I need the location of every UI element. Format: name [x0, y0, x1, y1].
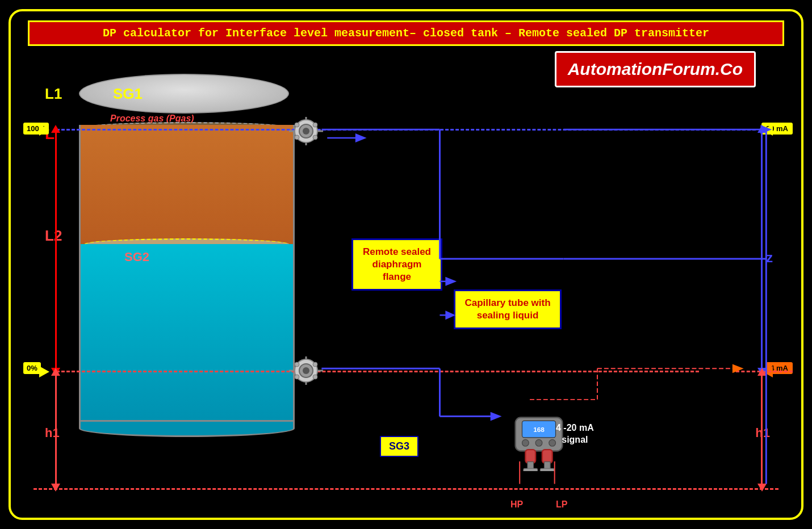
tank-body	[79, 91, 295, 426]
diaphragm-label: Remote sealed diaphragm flange	[363, 246, 431, 282]
svg-point-21	[313, 375, 317, 379]
hline-top-100pct	[56, 129, 756, 131]
svg-rect-28	[525, 450, 535, 463]
svg-point-9	[295, 135, 299, 140]
svg-rect-29	[542, 450, 553, 463]
svg-marker-45	[445, 277, 457, 286]
label-L2: L2	[45, 227, 62, 245]
label-SG1: SG1	[113, 85, 143, 103]
liquid-upper	[79, 125, 295, 244]
title-text: DP calculator for Interface level measur…	[103, 27, 709, 40]
svg-rect-32	[524, 468, 538, 471]
svg-point-13	[303, 367, 309, 374]
arrow-h1r-top	[757, 368, 767, 376]
arrow-h1-top	[51, 368, 60, 376]
vline-h1-right	[761, 372, 763, 485]
title-bar: DP calculator for Interface level measur…	[28, 20, 784, 46]
svg-text:168: 168	[533, 426, 545, 434]
svg-point-7	[295, 123, 299, 127]
label-lp: LP	[556, 499, 567, 510]
box-sg3: SG3	[380, 436, 418, 457]
dim-h1-right: h1	[755, 426, 770, 440]
signal-text: 4 -20 mA signal	[556, 423, 594, 444]
svg-point-18	[295, 362, 299, 367]
dp-transmitter: 168	[505, 397, 562, 454]
main-frame: DP calculator for Interface level measur…	[9, 9, 803, 520]
label-SG2: SG2	[124, 250, 149, 264]
vline-L	[55, 131, 57, 369]
dim-z: z	[766, 250, 773, 266]
svg-point-27	[549, 439, 556, 446]
svg-point-8	[313, 123, 317, 127]
arrow-h1-bottom	[51, 484, 60, 492]
box-diaphragm-flange: Remote sealed diaphragm flange	[351, 238, 442, 291]
svg-marker-47	[355, 133, 367, 142]
logo-text: AutomationForum.Co	[568, 60, 743, 78]
svg-point-10	[313, 135, 317, 140]
arrow-0pct	[39, 366, 49, 377]
arrow-100pct	[39, 124, 49, 136]
tank-bottom	[79, 420, 295, 437]
arrow-z-top	[757, 125, 767, 133]
vline-z-right	[761, 131, 763, 369]
flange-bottom	[289, 356, 323, 385]
vline-h1-left	[55, 372, 57, 485]
label-L1: L1	[45, 85, 62, 103]
logo-box: AutomationForum.Co	[555, 51, 756, 87]
svg-point-19	[313, 362, 317, 367]
liquid-lower	[79, 244, 295, 426]
box-capillary-tube: Capillary tube with sealing liquid	[454, 289, 562, 329]
hline-bottom-0pct	[56, 371, 699, 372]
arrow-L-top	[51, 125, 60, 133]
hline-ground	[34, 488, 778, 490]
sg3-label: SG3	[389, 440, 409, 452]
flange-top	[289, 117, 323, 145]
label-hp: HP	[510, 499, 523, 510]
svg-point-25	[522, 439, 529, 446]
svg-point-2	[303, 128, 309, 135]
svg-point-20	[295, 375, 299, 379]
signal-label: 4 -20 mA signal	[556, 422, 594, 446]
svg-marker-43	[491, 412, 502, 421]
svg-rect-33	[540, 468, 554, 471]
dim-h1-left: h1	[45, 426, 60, 440]
svg-point-26	[535, 439, 542, 446]
capillary-label: Capillary tube with sealing liquid	[464, 297, 550, 321]
arrow-h1r-bottom	[757, 484, 767, 492]
badge-0pct: 0%	[23, 362, 41, 374]
